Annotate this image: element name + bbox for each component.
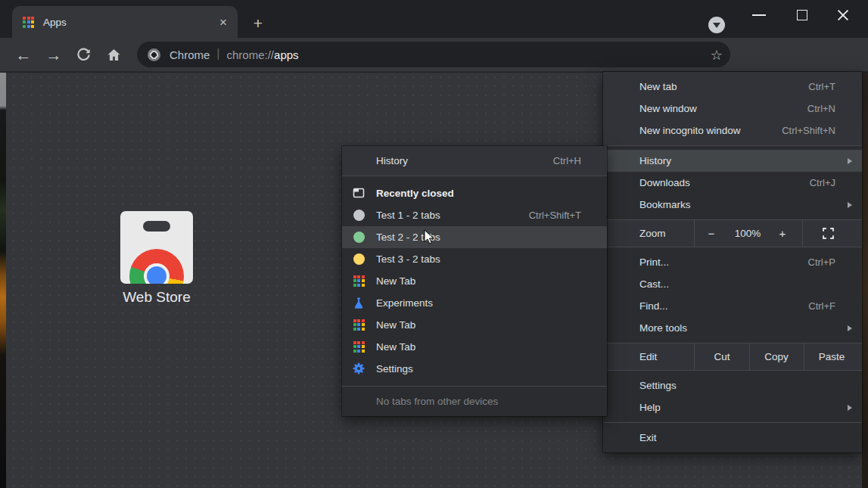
yellow-circle-icon [351, 251, 366, 266]
menu-item-cast[interactable]: Cast... [603, 273, 862, 295]
edit-copy-button[interactable]: Copy [754, 351, 799, 362]
menu-label: Find... [639, 300, 668, 312]
toolbar: ← → Chrome | chrome:// apps ☆ UO [0, 38, 868, 72]
edit-cut-button[interactable]: Cut [699, 351, 745, 362]
menu-label: History [639, 155, 671, 166]
menu-shortcut: Ctrl+T [808, 81, 835, 92]
submenu-item-experiments[interactable]: Experiments [342, 292, 607, 314]
menu-item-exit[interactable]: Exit [603, 427, 862, 449]
menu-shortcut: Ctrl+F [808, 300, 835, 312]
apps-grid-icon [351, 339, 366, 354]
menu-vertical-separator [694, 343, 695, 370]
menu-shortcut: Ctrl+Shift+N [782, 125, 835, 136]
tab-strip: Apps × + [0, 0, 868, 38]
apps-grid-favicon-icon [23, 17, 34, 28]
submenu-arrow-icon [848, 325, 852, 331]
window-icon [351, 185, 366, 200]
menu-item-settings[interactable]: Settings [603, 375, 862, 396]
menu-item-find[interactable]: Find... Ctrl+F [603, 295, 862, 317]
menu-shortcut: Ctrl+H [553, 155, 581, 166]
zoom-in-button[interactable]: + [774, 227, 791, 240]
reload-icon[interactable] [76, 48, 91, 62]
menu-vertical-separator [749, 343, 750, 370]
menu-label: Exit [639, 432, 657, 443]
desktop-wallpaper-left [0, 73, 6, 488]
menu-vertical-separator [804, 343, 804, 370]
webstore-chrome-logo [129, 249, 184, 284]
menu-label: Edit [639, 351, 657, 362]
chrome-page-icon [148, 48, 160, 61]
maximize-button[interactable] [797, 10, 807, 20]
window-close-button[interactable] [837, 9, 849, 21]
menu-item-history[interactable]: History [603, 150, 862, 172]
menu-item-new-tab[interactable]: New tab Ctrl+T [603, 76, 862, 98]
new-tab-button[interactable]: + [248, 14, 268, 33]
forward-icon[interactable]: → [41, 38, 67, 72]
url-separator: | [216, 47, 219, 61]
menu-item-print[interactable]: Print... Ctrl+P [603, 251, 862, 273]
back-icon[interactable]: ← [11, 38, 36, 72]
menu-vertical-separator [802, 220, 803, 247]
address-bar[interactable]: Chrome | chrome:// apps ☆ [137, 42, 730, 67]
menu-item-new-incognito-window[interactable]: New incognito window Ctrl+Shift+N [603, 120, 862, 141]
submenu-item-new-tab[interactable]: New Tab [342, 270, 607, 292]
menu-label: Experiments [376, 297, 433, 309]
menu-label: New incognito window [639, 125, 741, 136]
menu-label: Settings [639, 380, 677, 391]
desktop-wallpaper-right [862, 73, 868, 488]
apps-grid-icon [351, 317, 366, 332]
submenu-arrow-icon [848, 158, 852, 164]
menu-item-bookmarks[interactable]: Bookmarks [603, 194, 862, 216]
submenu-item-session-test1[interactable]: Test 1 - 2 tabs Ctrl+Shift+T [342, 204, 607, 226]
flask-icon [351, 295, 366, 310]
submenu-item-new-tab[interactable]: New Tab [342, 314, 607, 336]
bookmark-star-icon[interactable]: ☆ [711, 47, 723, 64]
submenu-arrow-icon [848, 405, 852, 411]
home-icon[interactable] [107, 48, 121, 62]
zoom-out-button[interactable]: − [703, 227, 720, 240]
mouse-cursor [424, 229, 436, 246]
edit-paste-button[interactable]: Paste [809, 351, 854, 362]
menu-item-zoom: Zoom − 100% + [603, 222, 862, 244]
web-store-app-icon[interactable] [120, 211, 193, 284]
submenu-arrow-icon [848, 202, 852, 208]
tab-apps[interactable]: Apps × [12, 6, 238, 38]
menu-item-downloads[interactable]: Downloads Ctrl+J [603, 172, 862, 194]
submenu-item-settings[interactable]: Settings [342, 358, 607, 380]
minimize-button[interactable] [752, 14, 766, 16]
submenu-item-session-test2[interactable]: Test 2 - 2 tabs [342, 226, 607, 248]
tab-title: Apps [43, 17, 67, 28]
menu-item-more-tools[interactable]: More tools [603, 317, 862, 339]
menu-label: New window [639, 103, 697, 114]
menu-label: New Tab [376, 275, 415, 287]
submenu-item-new-tab[interactable]: New Tab [342, 336, 607, 358]
url-product: Chrome [170, 48, 210, 61]
tab-search-button[interactable] [708, 17, 725, 33]
submenu-item-session-test3[interactable]: Test 3 - 2 tabs [342, 248, 607, 270]
apps-grid-icon [351, 273, 366, 288]
submenu-item-no-tabs: No tabs from other devices [342, 390, 607, 412]
menu-label: Bookmarks [639, 199, 691, 210]
chevron-down-icon [713, 23, 720, 28]
menu-label: Test 3 - 2 tabs [376, 253, 440, 265]
menu-item-new-window[interactable]: New window Ctrl+N [603, 98, 862, 120]
submenu-item-recently-closed: Recently closed [342, 182, 607, 204]
menu-shortcut: Ctrl+J [810, 177, 835, 188]
zoom-level-value: 100% [725, 228, 770, 239]
menu-item-help[interactable]: Help [603, 396, 862, 418]
menu-label: Recently closed [376, 188, 454, 199]
menu-label: Zoom [639, 228, 666, 239]
web-store-label[interactable]: Web Store [82, 289, 231, 306]
chrome-menu: New tab Ctrl+T New window Ctrl+N New inc… [603, 72, 862, 452]
green-circle-icon [351, 229, 366, 244]
fullscreen-icon[interactable] [823, 228, 834, 239]
gray-circle-icon [351, 207, 366, 222]
menu-label: Settings [376, 363, 413, 375]
submenu-item-history[interactable]: History Ctrl+H [342, 150, 607, 172]
menu-label: New Tab [376, 319, 415, 331]
menu-label: History [376, 155, 408, 166]
gear-icon [351, 361, 366, 376]
tab-close-icon[interactable]: × [219, 16, 227, 29]
menu-label: Help [639, 402, 661, 413]
menu-label: Print... [639, 256, 669, 268]
